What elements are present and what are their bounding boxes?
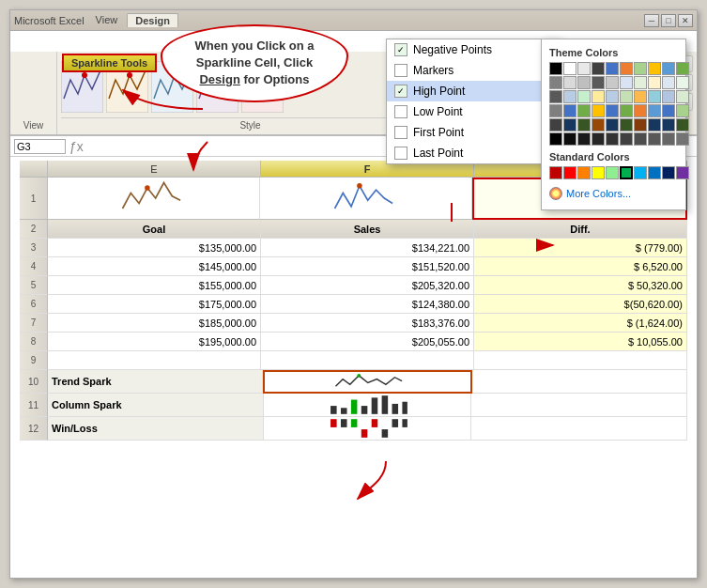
theme-color-swatch-34[interactable]	[606, 104, 619, 117]
theme-color-swatch-30[interactable]	[549, 104, 562, 117]
theme-color-swatch-31[interactable]	[563, 104, 576, 117]
standard-color-swatch-5[interactable]	[620, 166, 633, 179]
theme-color-swatch-22[interactable]	[577, 90, 591, 103]
theme-color-swatch-45[interactable]	[620, 118, 633, 132]
theme-color-swatch-3[interactable]	[592, 62, 605, 75]
theme-color-swatch-21[interactable]	[563, 90, 576, 103]
theme-color-swatch-43[interactable]	[592, 118, 605, 132]
low-point-label: Low Point	[413, 105, 463, 118]
theme-color-swatch-55[interactable]	[620, 132, 633, 146]
theme-color-swatch-14[interactable]	[606, 76, 619, 89]
theme-color-swatch-27[interactable]	[648, 90, 661, 103]
theme-color-swatch-17[interactable]	[648, 76, 661, 89]
theme-color-swatch-20[interactable]	[549, 90, 562, 103]
sparkline-tools-tab[interactable]: Sparkline Tools	[62, 54, 157, 72]
theme-color-swatch-2[interactable]	[577, 62, 591, 75]
theme-color-swatch-10[interactable]	[549, 76, 562, 89]
standard-color-swatch-6[interactable]	[634, 166, 647, 179]
theme-color-swatch-16[interactable]	[634, 76, 647, 89]
theme-color-swatch-18[interactable]	[662, 76, 675, 89]
theme-color-swatch-58[interactable]	[662, 132, 675, 146]
theme-color-swatch-48[interactable]	[662, 118, 675, 132]
theme-color-swatch-4[interactable]	[606, 62, 619, 75]
sparkline-row-num: 1	[20, 178, 48, 220]
standard-color-swatch-7[interactable]	[648, 166, 661, 179]
theme-color-swatch-42[interactable]	[577, 118, 591, 132]
standard-color-swatch-0[interactable]	[549, 166, 562, 179]
theme-color-swatch-38[interactable]	[662, 104, 675, 117]
theme-color-swatch-9[interactable]	[676, 62, 689, 75]
ribbon-tab-bar: View Design	[88, 13, 178, 27]
theme-color-swatch-46[interactable]	[634, 118, 647, 132]
svg-point-3	[127, 72, 132, 78]
theme-color-swatch-50[interactable]	[549, 132, 562, 146]
svg-rect-24	[402, 402, 407, 414]
theme-color-swatch-12[interactable]	[577, 76, 591, 89]
standard-color-swatch-3[interactable]	[592, 166, 605, 179]
theme-color-swatch-57[interactable]	[648, 132, 661, 146]
theme-color-swatch-49[interactable]	[676, 118, 689, 132]
theme-color-swatch-37[interactable]	[648, 104, 661, 117]
theme-color-swatch-0[interactable]	[549, 62, 562, 75]
cell-reference-input[interactable]	[14, 139, 66, 154]
first-point-label: First Point	[413, 126, 464, 139]
svg-point-1	[82, 72, 87, 78]
theme-color-swatch-51[interactable]	[563, 132, 576, 146]
theme-color-swatch-33[interactable]	[592, 104, 605, 117]
theme-color-swatch-44[interactable]	[606, 118, 619, 132]
theme-color-swatch-53[interactable]	[592, 132, 605, 146]
theme-color-swatch-5[interactable]	[620, 62, 633, 75]
more-colors-button[interactable]: More Colors...	[549, 185, 678, 202]
svg-rect-32	[402, 419, 407, 427]
standard-color-swatch-1[interactable]	[563, 166, 576, 179]
standard-color-swatch-8[interactable]	[662, 166, 675, 179]
theme-color-swatch-56[interactable]	[634, 132, 647, 146]
sparkline-cell-e[interactable]	[48, 178, 260, 220]
marker-color-dropdown: ✓ Negative Points ▶ Markers ▶ ✓ High Poi…	[386, 39, 560, 164]
dropdown-first-point[interactable]: First Point ▶	[387, 122, 559, 143]
theme-color-swatch-7[interactable]	[648, 62, 661, 75]
theme-color-swatch-29[interactable]	[676, 90, 689, 103]
standard-color-swatch-9[interactable]	[676, 166, 689, 179]
dropdown-low-point[interactable]: Low Point ▶	[387, 101, 559, 122]
theme-color-swatch-26[interactable]	[634, 90, 647, 103]
restore-button[interactable]: □	[661, 14, 676, 27]
close-button[interactable]: ✕	[678, 14, 693, 27]
theme-color-swatch-36[interactable]	[634, 104, 647, 117]
theme-color-swatch-52[interactable]	[577, 132, 591, 146]
dropdown-last-point[interactable]: Last Point ▶	[387, 143, 559, 163]
standard-color-swatch-2[interactable]	[577, 166, 591, 179]
theme-color-swatch-1[interactable]	[563, 62, 576, 75]
theme-color-swatch-11[interactable]	[563, 76, 576, 89]
theme-color-swatch-41[interactable]	[563, 118, 576, 132]
sparkline-cell-f[interactable]	[260, 178, 472, 220]
theme-color-swatch-47[interactable]	[648, 118, 661, 132]
view-label: View	[23, 118, 44, 131]
tab-design[interactable]: Design	[127, 13, 178, 27]
tab-view[interactable]: View	[88, 13, 126, 27]
theme-color-swatch-32[interactable]	[577, 104, 591, 117]
theme-color-swatch-23[interactable]	[592, 90, 605, 103]
theme-color-swatch-39[interactable]	[676, 104, 689, 117]
last-point-check	[394, 147, 407, 160]
dropdown-markers[interactable]: Markers ▶	[387, 60, 559, 81]
minimize-button[interactable]: ─	[644, 14, 659, 27]
theme-color-swatch-28[interactable]	[662, 90, 675, 103]
theme-color-swatch-13[interactable]	[592, 76, 605, 89]
theme-color-swatch-40[interactable]	[549, 118, 562, 132]
theme-color-swatch-15[interactable]	[620, 76, 633, 89]
theme-color-swatch-8[interactable]	[662, 62, 675, 75]
dropdown-high-point[interactable]: ✓ High Point ▶	[387, 81, 559, 101]
theme-color-swatch-6[interactable]	[634, 62, 647, 75]
style-label: Style	[61, 117, 439, 131]
standard-color-swatch-4[interactable]	[606, 166, 619, 179]
theme-color-swatch-59[interactable]	[676, 132, 689, 146]
theme-color-swatch-54[interactable]	[606, 132, 619, 146]
dropdown-negative-points[interactable]: ✓ Negative Points ▶	[387, 39, 559, 60]
svg-rect-26	[341, 419, 347, 427]
theme-color-swatch-35[interactable]	[620, 104, 633, 117]
col-header-e[interactable]: E	[48, 161, 261, 177]
theme-color-swatch-24[interactable]	[606, 90, 619, 103]
theme-color-swatch-25[interactable]	[620, 90, 633, 103]
theme-color-swatch-19[interactable]	[676, 76, 689, 89]
